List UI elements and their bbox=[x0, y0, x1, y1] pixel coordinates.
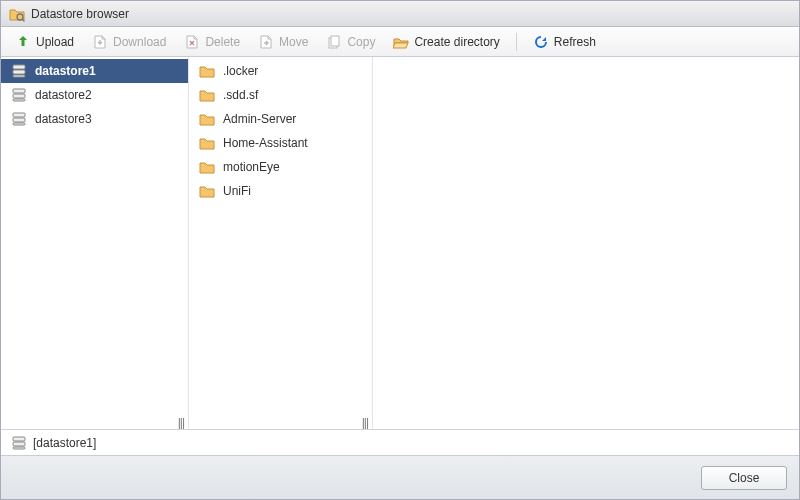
folder-icon bbox=[199, 159, 215, 175]
folder-item[interactable]: .locker bbox=[189, 59, 372, 83]
status-bar: [datastore1] bbox=[1, 429, 799, 455]
folder-list: .locker.sdd.sfAdmin-ServerHome-Assistant… bbox=[189, 57, 372, 417]
upload-button[interactable]: Upload bbox=[7, 31, 82, 53]
create-directory-button[interactable]: Create directory bbox=[385, 31, 507, 53]
refresh-label: Refresh bbox=[554, 35, 596, 49]
folder-item[interactable]: Home-Assistant bbox=[189, 131, 372, 155]
folder-item-label: UniFi bbox=[223, 184, 251, 198]
folder-icon bbox=[199, 63, 215, 79]
copy-label: Copy bbox=[347, 35, 375, 49]
title-bar: Datastore browser bbox=[1, 1, 799, 27]
folder-item-label: .locker bbox=[223, 64, 258, 78]
download-button[interactable]: Download bbox=[84, 31, 174, 53]
copy-button[interactable]: Copy bbox=[318, 31, 383, 53]
folder-item[interactable]: Admin-Server bbox=[189, 107, 372, 131]
folder-item[interactable]: motionEye bbox=[189, 155, 372, 179]
move-icon bbox=[258, 34, 274, 50]
status-path: [datastore1] bbox=[33, 436, 96, 450]
download-icon bbox=[92, 34, 108, 50]
create-directory-label: Create directory bbox=[414, 35, 499, 49]
datastore-item[interactable]: datastore1 bbox=[1, 59, 188, 83]
copy-icon bbox=[326, 34, 342, 50]
folder-icon bbox=[199, 135, 215, 151]
folder-item-label: .sdd.sf bbox=[223, 88, 258, 102]
datastore-item-label: datastore3 bbox=[35, 112, 92, 126]
upload-icon bbox=[15, 34, 31, 50]
delete-icon bbox=[184, 34, 200, 50]
datastore-browser-icon bbox=[9, 6, 25, 22]
folder-icon bbox=[199, 111, 215, 127]
folder-pane: .locker.sdd.sfAdmin-ServerHome-Assistant… bbox=[189, 57, 373, 429]
details-pane bbox=[373, 57, 799, 429]
datastore-pane: datastore1datastore2datastore3 ||| bbox=[1, 57, 189, 429]
upload-label: Upload bbox=[36, 35, 74, 49]
refresh-icon bbox=[533, 34, 549, 50]
folder-icon bbox=[199, 183, 215, 199]
datastore-item[interactable]: datastore2 bbox=[1, 83, 188, 107]
dialog-footer: Close bbox=[1, 455, 799, 499]
folder-item-label: Home-Assistant bbox=[223, 136, 308, 150]
toolbar: Upload Download Delete Move Copy Create … bbox=[1, 27, 799, 57]
toolbar-separator bbox=[516, 33, 517, 51]
datastore-item-label: datastore2 bbox=[35, 88, 92, 102]
download-label: Download bbox=[113, 35, 166, 49]
datastore-item-label: datastore1 bbox=[35, 64, 96, 78]
datastore-icon bbox=[11, 87, 27, 103]
datastore-icon bbox=[11, 111, 27, 127]
delete-button[interactable]: Delete bbox=[176, 31, 248, 53]
refresh-button[interactable]: Refresh bbox=[525, 31, 604, 53]
move-label: Move bbox=[279, 35, 308, 49]
folder-open-icon bbox=[393, 34, 409, 50]
folder-icon bbox=[199, 87, 215, 103]
datastore-item[interactable]: datastore3 bbox=[1, 107, 188, 131]
datastore-browser-window: Datastore browser Upload Download Delete… bbox=[0, 0, 800, 500]
datastore-list: datastore1datastore2datastore3 bbox=[1, 57, 188, 417]
folder-item[interactable]: UniFi bbox=[189, 179, 372, 203]
datastore-icon bbox=[11, 435, 27, 451]
folder-item-label: motionEye bbox=[223, 160, 280, 174]
column-resize-handle[interactable]: ||| bbox=[189, 417, 372, 429]
folder-item[interactable]: .sdd.sf bbox=[189, 83, 372, 107]
move-button[interactable]: Move bbox=[250, 31, 316, 53]
folder-item-label: Admin-Server bbox=[223, 112, 296, 126]
window-title: Datastore browser bbox=[31, 7, 129, 21]
datastore-icon bbox=[11, 63, 27, 79]
close-button[interactable]: Close bbox=[701, 466, 787, 490]
column-resize-handle[interactable]: ||| bbox=[1, 417, 188, 429]
delete-label: Delete bbox=[205, 35, 240, 49]
content-area: datastore1datastore2datastore3 ||| .lock… bbox=[1, 57, 799, 429]
